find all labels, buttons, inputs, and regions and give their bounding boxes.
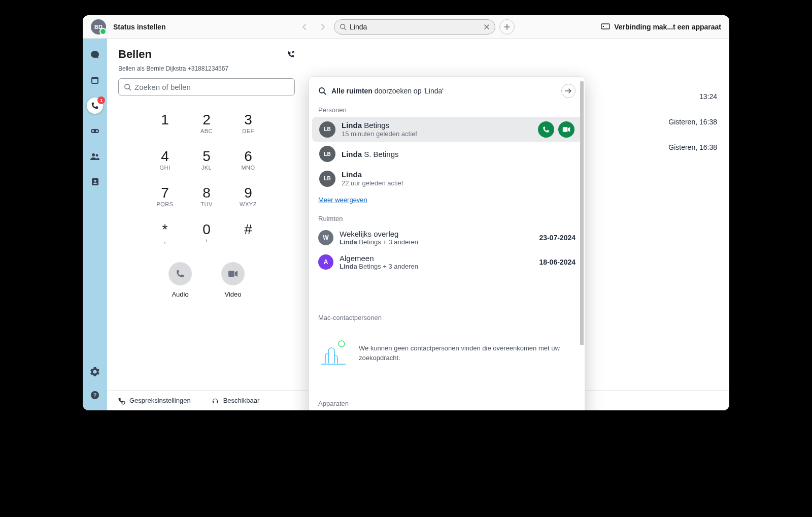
dial-search[interactable]: Zoeken of bellen: [118, 78, 295, 95]
nav-teams[interactable]: [87, 148, 103, 165]
chevron-right-icon: [320, 23, 326, 30]
search-icon: [340, 23, 347, 30]
x-icon: [484, 24, 490, 30]
dialpad-key-4[interactable]: 4GHI: [147, 149, 183, 171]
svg-line-16: [129, 88, 130, 90]
svg-point-8: [96, 130, 98, 132]
dialpad-key-7[interactable]: 7PQRS: [147, 186, 183, 207]
app-window: BD Status instellen Verbinding mak..: [83, 15, 729, 410]
dialpad-key-8[interactable]: 8TUV: [189, 186, 224, 207]
set-status-button[interactable]: Status instellen: [113, 23, 165, 31]
section-people-label: Personen: [309, 102, 585, 117]
svg-point-7: [92, 130, 94, 132]
video-icon: [228, 270, 238, 277]
person-result[interactable]: LB Linda Betings15 minuten geleden actie…: [312, 117, 582, 142]
availability-label: Beschikbaar: [223, 397, 260, 404]
outgoing-call-icon[interactable]: [287, 50, 295, 58]
dialpad-key-2[interactable]: 2ABC: [189, 113, 224, 134]
svg-rect-21: [563, 127, 568, 132]
dialpad-key-5[interactable]: 5JKL: [189, 149, 224, 171]
audio-call-button[interactable]: [538, 121, 554, 138]
svg-point-12: [94, 180, 96, 182]
call-settings-button[interactable]: Gespreksinstellingen: [117, 397, 191, 405]
contact-card-icon: [90, 177, 99, 186]
nav-settings[interactable]: [87, 364, 103, 380]
search-all-rooms[interactable]: Alle ruimten doorzoeken op 'Linda': [331, 87, 444, 95]
scrollbar[interactable]: [580, 81, 584, 410]
audio-call-button[interactable]: Audio: [168, 262, 192, 298]
user-avatar[interactable]: BD: [91, 19, 106, 35]
arrow-right-icon: [565, 88, 572, 94]
dialpad-key-#[interactable]: #: [230, 222, 266, 244]
video-call-button[interactable]: Video: [221, 262, 245, 298]
phone-icon: [175, 269, 185, 279]
recent-time: Gisteren, 16:38: [668, 143, 717, 151]
svg-line-20: [324, 92, 326, 94]
person-result[interactable]: LB Linda22 uur geleden actief: [312, 166, 582, 191]
gear-icon: [90, 367, 99, 376]
recent-timestamps: 13:24Gisteren, 16:38Gisteren, 16:38: [668, 92, 717, 151]
video-call-button[interactable]: [558, 121, 574, 138]
svg-rect-5: [92, 79, 97, 83]
room-date: 18-06-2024: [539, 258, 576, 266]
device-icon: [601, 23, 610, 30]
panel-title: Bellen: [118, 48, 152, 61]
dialpad-key-9[interactable]: 9WXYZ: [230, 186, 266, 207]
connect-device-button[interactable]: Verbinding mak...t een apparaat: [601, 23, 721, 31]
nav-forward-button[interactable]: [316, 20, 330, 34]
chevron-left-icon: [301, 23, 308, 30]
show-more-link[interactable]: Meer weergeven: [318, 196, 367, 204]
phone-gear-icon: [117, 397, 125, 405]
nav-messages[interactable]: [87, 47, 103, 63]
connect-device-label: Verbinding mak...t een apparaat: [614, 23, 721, 31]
recent-time: 13:24: [699, 92, 717, 101]
clear-search-button[interactable]: [484, 24, 490, 30]
nav-contacts[interactable]: [87, 174, 103, 190]
nav-calendar[interactable]: [87, 72, 103, 88]
global-search[interactable]: [334, 19, 495, 35]
empty-mac-contacts: We kunnen geen contactpersonen vinden di…: [309, 325, 585, 375]
nav-back-button[interactable]: [297, 20, 312, 34]
avatar: LB: [319, 121, 335, 138]
go-button[interactable]: [561, 84, 576, 98]
search-input[interactable]: [347, 23, 484, 31]
avatar: LB: [319, 171, 335, 187]
search-icon: [124, 83, 131, 91]
person-result[interactable]: LB Linda S. Betings: [312, 142, 582, 166]
plus-icon: [503, 23, 511, 30]
room-avatar: A: [318, 254, 333, 270]
dialpad-key-1[interactable]: 1: [147, 113, 183, 134]
panel-subtitle: Bellen als Bernie Dijkstra +31881234567: [118, 65, 295, 72]
empty-text: We kunnen geen contactpersonen vinden di…: [359, 343, 576, 363]
svg-point-22: [339, 341, 345, 347]
dialpad-key-0[interactable]: 0+: [189, 222, 224, 244]
dial-search-placeholder: Zoeken of bellen: [134, 83, 191, 91]
svg-rect-17: [228, 271, 234, 277]
room-date: 23-07-2024: [539, 234, 576, 242]
add-button[interactable]: [499, 19, 515, 35]
section-rooms-label: Ruimten: [309, 211, 585, 225]
room-result[interactable]: W Wekelijks overlegLinda Betings + 3 and…: [309, 225, 585, 250]
svg-rect-2: [601, 24, 610, 29]
people-icon: [90, 152, 100, 160]
dialpad: 12ABC3DEF4GHI5JKL6MNO7PQRS8TUV9WXYZ*,0+#: [118, 113, 295, 244]
avatar: LB: [319, 146, 335, 162]
section-devices-label: Apparaten: [309, 396, 585, 410]
nav-calling[interactable]: 1: [87, 98, 103, 114]
search-results-popover: Alle ruimten doorzoeken op 'Linda' Perso…: [309, 76, 585, 410]
dialpad-key-6[interactable]: 6MNO: [230, 149, 266, 171]
svg-point-10: [96, 154, 98, 157]
room-result[interactable]: A AlgemeenLinda Betings + 3 anderen 18-0…: [309, 250, 585, 274]
nav-sidebar: 1 ?: [83, 39, 107, 410]
voicemail-icon: [90, 128, 100, 134]
calendar-icon: [90, 76, 99, 85]
svg-text:?: ?: [93, 392, 97, 398]
dialpad-key-*[interactable]: *,: [147, 222, 183, 244]
dialpad-key-3[interactable]: 3DEF: [230, 113, 266, 134]
nav-voicemail[interactable]: [87, 123, 103, 139]
video-label: Video: [224, 290, 241, 298]
nav-help[interactable]: ?: [87, 387, 103, 403]
availability-button[interactable]: Beschikbaar: [211, 397, 260, 405]
recent-time: Gisteren, 16:38: [668, 118, 717, 126]
svg-point-3: [603, 25, 604, 27]
